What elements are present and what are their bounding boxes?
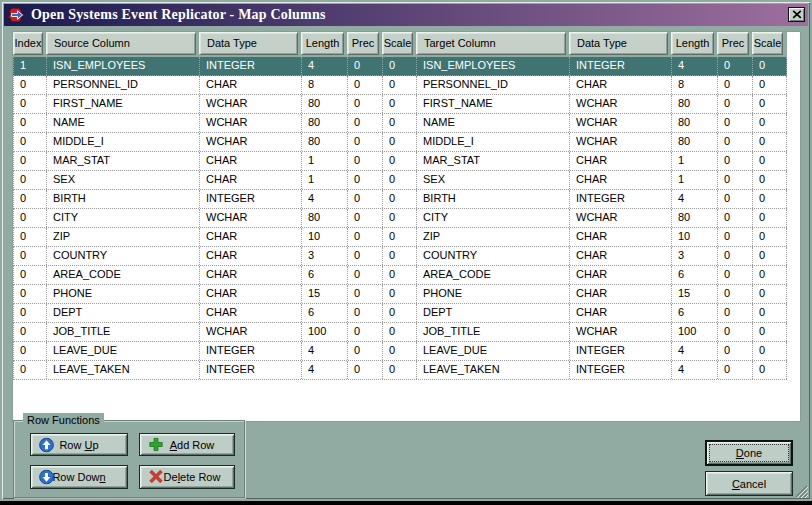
table-cell: 0 [348, 266, 383, 284]
table-cell: WCHAR [200, 133, 302, 151]
table-cell: 0 [348, 57, 383, 75]
table-row[interactable]: 1ISN_EMPLOYEESINTEGER400ISN_EMPLOYEESINT… [13, 57, 787, 76]
title-bar: Open Systems Event Replicator - Map Colu… [4, 4, 808, 26]
table-cell: PERSONNEL_ID [47, 76, 200, 94]
table-cell: 0 [383, 133, 417, 151]
table-row[interactable]: 0PHONECHAR1500PHONECHAR1500 [13, 285, 787, 304]
column-header-4[interactable]: Prec [347, 32, 379, 55]
table-row[interactable]: 0FIRST_NAMEWCHAR8000FIRST_NAMEWCHAR8000 [13, 95, 787, 114]
table-cell: 100 [672, 323, 718, 341]
table-cell: 0 [383, 247, 417, 265]
table-cell: JOB_TITLE [417, 323, 570, 341]
table-cell: 0 [383, 323, 417, 341]
table-cell: 0 [348, 133, 383, 151]
column-header-3[interactable]: Length [301, 32, 344, 55]
column-header-2[interactable]: Data Type [199, 32, 298, 55]
table-cell: BIRTH [47, 190, 200, 208]
table-row[interactable]: 0PERSONNEL_IDCHAR800PERSONNEL_IDCHAR800 [13, 76, 787, 95]
table-row[interactable]: 0LEAVE_TAKENINTEGER400LEAVE_TAKENINTEGER… [13, 361, 787, 380]
table-cell: 80 [302, 209, 348, 227]
delete-row-label: Delete Row [164, 471, 221, 483]
table-cell: 0 [718, 285, 753, 303]
table-cell: 0 [718, 342, 753, 360]
delete-x-icon [148, 470, 163, 485]
table-cell: 0 [383, 171, 417, 189]
group-label: Row Functions [23, 413, 104, 427]
add-row-button[interactable]: Add Row [139, 433, 235, 456]
table-cell: 0 [753, 247, 787, 265]
table-cell: 0 [14, 361, 47, 379]
table-row[interactable]: 0DEPTCHAR600DEPTCHAR600 [13, 304, 787, 323]
table-cell: 0 [383, 228, 417, 246]
column-header-5[interactable]: Scale [382, 32, 413, 55]
table-cell: CHAR [570, 171, 672, 189]
table-cell: 10 [672, 228, 718, 246]
column-header-7[interactable]: Data Type [569, 32, 668, 55]
table-cell: DEPT [417, 304, 570, 322]
table-row[interactable]: 0BIRTHINTEGER400BIRTHINTEGER400 [13, 190, 787, 209]
column-header-9[interactable]: Prec [717, 32, 749, 55]
table-cell: 0 [14, 209, 47, 227]
column-header-0[interactable]: Index [13, 32, 43, 55]
table-cell: MIDDLE_I [47, 133, 200, 151]
table-cell: 0 [718, 57, 753, 75]
table-cell: 0 [383, 190, 417, 208]
table-cell: 3 [672, 247, 718, 265]
table-cell: 0 [348, 247, 383, 265]
table-cell: 0 [14, 152, 47, 170]
table-cell: 0 [718, 323, 753, 341]
table-cell: 0 [718, 228, 753, 246]
table-cell: 0 [718, 76, 753, 94]
table-row[interactable]: 0LEAVE_DUEINTEGER400LEAVE_DUEINTEGER400 [13, 342, 787, 361]
table-cell: 6 [302, 304, 348, 322]
table-cell: 0 [753, 361, 787, 379]
table-row[interactable]: 0SEXCHAR100SEXCHAR100 [13, 171, 787, 190]
table-cell: LEAVE_DUE [417, 342, 570, 360]
table-row[interactable]: 0ZIPCHAR1000ZIPCHAR1000 [13, 228, 787, 247]
table-row[interactable]: 0JOB_TITLEWCHAR10000JOB_TITLEWCHAR10000 [13, 323, 787, 342]
table-body: 1ISN_EMPLOYEESINTEGER400ISN_EMPLOYEESINT… [13, 57, 787, 380]
table-cell: 0 [383, 114, 417, 132]
table-row[interactable]: 0MAR_STATCHAR100MAR_STATCHAR100 [13, 152, 787, 171]
table-cell: CHAR [200, 285, 302, 303]
table-cell: WCHAR [570, 133, 672, 151]
cancel-button[interactable]: Cancel [705, 471, 793, 496]
table-cell: CHAR [570, 266, 672, 284]
table-cell: CHAR [200, 171, 302, 189]
table-cell: 0 [14, 323, 47, 341]
row-up-button[interactable]: Row Up [30, 433, 128, 456]
table-cell: 0 [753, 228, 787, 246]
table-cell: 10 [302, 228, 348, 246]
table-cell: 0 [348, 95, 383, 113]
table-cell: 80 [302, 95, 348, 113]
table-row[interactable]: 0COUNTRYCHAR300COUNTRYCHAR300 [13, 247, 787, 266]
done-button[interactable]: Done [705, 440, 793, 466]
table-cell: 0 [718, 304, 753, 322]
table-cell: CHAR [200, 76, 302, 94]
table-cell: 0 [753, 342, 787, 360]
table-cell: 0 [383, 342, 417, 360]
column-header-10[interactable]: Scale [752, 32, 783, 55]
table-cell: INTEGER [200, 342, 302, 360]
column-header-8[interactable]: Length [671, 32, 714, 55]
delete-row-button[interactable]: Delete Row [139, 465, 235, 489]
table-row[interactable]: 0MIDDLE_IWCHAR8000MIDDLE_IWCHAR8000 [13, 133, 787, 152]
table-cell: 100 [302, 323, 348, 341]
table-cell: WCHAR [570, 114, 672, 132]
table-cell: 0 [718, 247, 753, 265]
table-row[interactable]: 0NAMEWCHAR8000NAMEWCHAR8000 [13, 114, 787, 133]
table-cell: LEAVE_TAKEN [47, 361, 200, 379]
column-header-6[interactable]: Target Column [416, 32, 566, 55]
table-cell: 0 [718, 209, 753, 227]
resize-grip[interactable] [794, 484, 808, 498]
row-down-button[interactable]: Row Down [30, 465, 128, 489]
column-header-1[interactable]: Source Column [46, 32, 196, 55]
table-cell: 0 [753, 266, 787, 284]
close-button[interactable] [788, 7, 805, 22]
table-row[interactable]: 0CITYWCHAR8000CITYWCHAR8000 [13, 209, 787, 228]
table-row[interactable]: 0AREA_CODECHAR600AREA_CODECHAR600 [13, 266, 787, 285]
table-cell: 0 [14, 190, 47, 208]
table-cell: 1 [302, 171, 348, 189]
table-cell: 4 [672, 361, 718, 379]
table-cell: ISN_EMPLOYEES [417, 57, 570, 75]
